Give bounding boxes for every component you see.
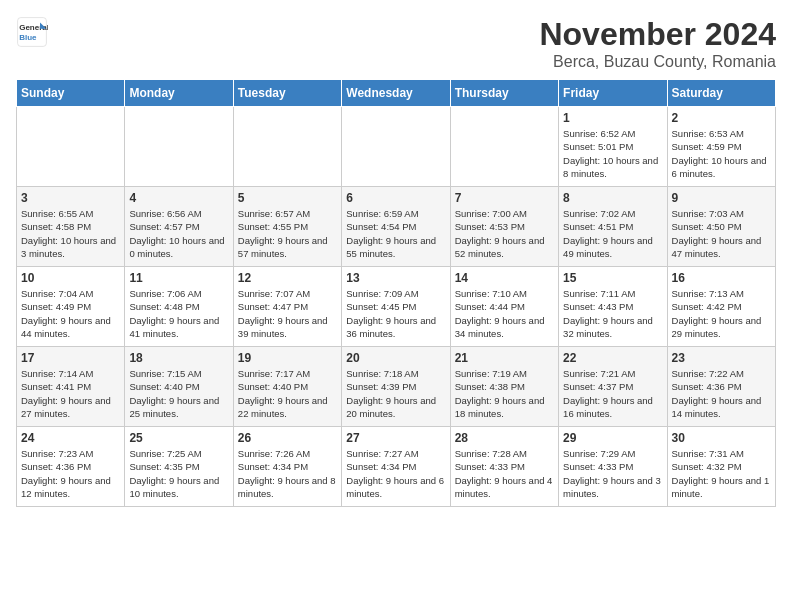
day-of-week-header: Tuesday bbox=[233, 80, 341, 107]
day-info: Sunrise: 6:55 AM Sunset: 4:58 PM Dayligh… bbox=[21, 207, 120, 260]
calendar-day-cell bbox=[233, 107, 341, 187]
day-info: Sunrise: 7:02 AM Sunset: 4:51 PM Dayligh… bbox=[563, 207, 662, 260]
calendar-day-cell: 9Sunrise: 7:03 AM Sunset: 4:50 PM Daylig… bbox=[667, 187, 775, 267]
calendar-day-cell: 17Sunrise: 7:14 AM Sunset: 4:41 PM Dayli… bbox=[17, 347, 125, 427]
day-info: Sunrise: 7:15 AM Sunset: 4:40 PM Dayligh… bbox=[129, 367, 228, 420]
calendar-day-cell: 10Sunrise: 7:04 AM Sunset: 4:49 PM Dayli… bbox=[17, 267, 125, 347]
day-number: 19 bbox=[238, 351, 337, 365]
calendar-day-cell: 4Sunrise: 6:56 AM Sunset: 4:57 PM Daylig… bbox=[125, 187, 233, 267]
calendar-week-row: 10Sunrise: 7:04 AM Sunset: 4:49 PM Dayli… bbox=[17, 267, 776, 347]
day-info: Sunrise: 7:09 AM Sunset: 4:45 PM Dayligh… bbox=[346, 287, 445, 340]
day-number: 11 bbox=[129, 271, 228, 285]
day-number: 10 bbox=[21, 271, 120, 285]
day-info: Sunrise: 7:21 AM Sunset: 4:37 PM Dayligh… bbox=[563, 367, 662, 420]
day-info: Sunrise: 6:53 AM Sunset: 4:59 PM Dayligh… bbox=[672, 127, 771, 180]
calendar-day-cell: 21Sunrise: 7:19 AM Sunset: 4:38 PM Dayli… bbox=[450, 347, 558, 427]
day-info: Sunrise: 6:57 AM Sunset: 4:55 PM Dayligh… bbox=[238, 207, 337, 260]
day-number: 24 bbox=[21, 431, 120, 445]
day-number: 8 bbox=[563, 191, 662, 205]
day-number: 15 bbox=[563, 271, 662, 285]
calendar-day-cell: 29Sunrise: 7:29 AM Sunset: 4:33 PM Dayli… bbox=[559, 427, 667, 507]
day-number: 21 bbox=[455, 351, 554, 365]
day-number: 2 bbox=[672, 111, 771, 125]
calendar-day-cell: 30Sunrise: 7:31 AM Sunset: 4:32 PM Dayli… bbox=[667, 427, 775, 507]
day-number: 12 bbox=[238, 271, 337, 285]
day-of-week-header: Friday bbox=[559, 80, 667, 107]
calendar-week-row: 1Sunrise: 6:52 AM Sunset: 5:01 PM Daylig… bbox=[17, 107, 776, 187]
calendar-week-row: 24Sunrise: 7:23 AM Sunset: 4:36 PM Dayli… bbox=[17, 427, 776, 507]
day-info: Sunrise: 7:17 AM Sunset: 4:40 PM Dayligh… bbox=[238, 367, 337, 420]
calendar-day-cell: 11Sunrise: 7:06 AM Sunset: 4:48 PM Dayli… bbox=[125, 267, 233, 347]
day-number: 4 bbox=[129, 191, 228, 205]
day-info: Sunrise: 7:19 AM Sunset: 4:38 PM Dayligh… bbox=[455, 367, 554, 420]
calendar-day-cell: 7Sunrise: 7:00 AM Sunset: 4:53 PM Daylig… bbox=[450, 187, 558, 267]
calendar-day-cell: 12Sunrise: 7:07 AM Sunset: 4:47 PM Dayli… bbox=[233, 267, 341, 347]
day-number: 30 bbox=[672, 431, 771, 445]
header: General Blue November 2024 Berca, Buzau … bbox=[16, 16, 776, 71]
day-number: 25 bbox=[129, 431, 228, 445]
day-of-week-header: Monday bbox=[125, 80, 233, 107]
day-info: Sunrise: 7:28 AM Sunset: 4:33 PM Dayligh… bbox=[455, 447, 554, 500]
day-info: Sunrise: 7:18 AM Sunset: 4:39 PM Dayligh… bbox=[346, 367, 445, 420]
day-info: Sunrise: 6:56 AM Sunset: 4:57 PM Dayligh… bbox=[129, 207, 228, 260]
day-info: Sunrise: 7:00 AM Sunset: 4:53 PM Dayligh… bbox=[455, 207, 554, 260]
calendar-day-cell: 28Sunrise: 7:28 AM Sunset: 4:33 PM Dayli… bbox=[450, 427, 558, 507]
calendar-day-cell: 14Sunrise: 7:10 AM Sunset: 4:44 PM Dayli… bbox=[450, 267, 558, 347]
day-info: Sunrise: 6:52 AM Sunset: 5:01 PM Dayligh… bbox=[563, 127, 662, 180]
day-number: 5 bbox=[238, 191, 337, 205]
day-number: 14 bbox=[455, 271, 554, 285]
day-info: Sunrise: 7:03 AM Sunset: 4:50 PM Dayligh… bbox=[672, 207, 771, 260]
day-info: Sunrise: 7:06 AM Sunset: 4:48 PM Dayligh… bbox=[129, 287, 228, 340]
day-number: 29 bbox=[563, 431, 662, 445]
calendar-day-cell: 13Sunrise: 7:09 AM Sunset: 4:45 PM Dayli… bbox=[342, 267, 450, 347]
day-info: Sunrise: 6:59 AM Sunset: 4:54 PM Dayligh… bbox=[346, 207, 445, 260]
svg-text:Blue: Blue bbox=[19, 33, 37, 42]
calendar-header-row: SundayMondayTuesdayWednesdayThursdayFrid… bbox=[17, 80, 776, 107]
month-title: November 2024 bbox=[539, 16, 776, 53]
day-number: 13 bbox=[346, 271, 445, 285]
day-number: 16 bbox=[672, 271, 771, 285]
calendar-day-cell: 18Sunrise: 7:15 AM Sunset: 4:40 PM Dayli… bbox=[125, 347, 233, 427]
calendar-day-cell: 6Sunrise: 6:59 AM Sunset: 4:54 PM Daylig… bbox=[342, 187, 450, 267]
calendar-day-cell: 16Sunrise: 7:13 AM Sunset: 4:42 PM Dayli… bbox=[667, 267, 775, 347]
calendar-day-cell bbox=[125, 107, 233, 187]
day-info: Sunrise: 7:22 AM Sunset: 4:36 PM Dayligh… bbox=[672, 367, 771, 420]
title-area: November 2024 Berca, Buzau County, Roman… bbox=[539, 16, 776, 71]
day-number: 6 bbox=[346, 191, 445, 205]
day-info: Sunrise: 7:29 AM Sunset: 4:33 PM Dayligh… bbox=[563, 447, 662, 500]
calendar-week-row: 3Sunrise: 6:55 AM Sunset: 4:58 PM Daylig… bbox=[17, 187, 776, 267]
calendar-day-cell: 27Sunrise: 7:27 AM Sunset: 4:34 PM Dayli… bbox=[342, 427, 450, 507]
day-number: 1 bbox=[563, 111, 662, 125]
day-number: 17 bbox=[21, 351, 120, 365]
day-info: Sunrise: 7:23 AM Sunset: 4:36 PM Dayligh… bbox=[21, 447, 120, 500]
day-number: 22 bbox=[563, 351, 662, 365]
calendar-day-cell bbox=[342, 107, 450, 187]
calendar-day-cell: 25Sunrise: 7:25 AM Sunset: 4:35 PM Dayli… bbox=[125, 427, 233, 507]
day-info: Sunrise: 7:04 AM Sunset: 4:49 PM Dayligh… bbox=[21, 287, 120, 340]
day-number: 18 bbox=[129, 351, 228, 365]
day-number: 23 bbox=[672, 351, 771, 365]
calendar-day-cell: 26Sunrise: 7:26 AM Sunset: 4:34 PM Dayli… bbox=[233, 427, 341, 507]
location-subtitle: Berca, Buzau County, Romania bbox=[539, 53, 776, 71]
day-info: Sunrise: 7:07 AM Sunset: 4:47 PM Dayligh… bbox=[238, 287, 337, 340]
calendar-day-cell: 22Sunrise: 7:21 AM Sunset: 4:37 PM Dayli… bbox=[559, 347, 667, 427]
day-info: Sunrise: 7:13 AM Sunset: 4:42 PM Dayligh… bbox=[672, 287, 771, 340]
day-info: Sunrise: 7:10 AM Sunset: 4:44 PM Dayligh… bbox=[455, 287, 554, 340]
calendar-day-cell: 23Sunrise: 7:22 AM Sunset: 4:36 PM Dayli… bbox=[667, 347, 775, 427]
logo-icon: General Blue bbox=[16, 16, 48, 48]
day-number: 28 bbox=[455, 431, 554, 445]
logo: General Blue bbox=[16, 16, 48, 48]
day-info: Sunrise: 7:26 AM Sunset: 4:34 PM Dayligh… bbox=[238, 447, 337, 500]
day-number: 9 bbox=[672, 191, 771, 205]
calendar-day-cell: 8Sunrise: 7:02 AM Sunset: 4:51 PM Daylig… bbox=[559, 187, 667, 267]
calendar-day-cell: 2Sunrise: 6:53 AM Sunset: 4:59 PM Daylig… bbox=[667, 107, 775, 187]
calendar-day-cell: 1Sunrise: 6:52 AM Sunset: 5:01 PM Daylig… bbox=[559, 107, 667, 187]
day-info: Sunrise: 7:25 AM Sunset: 4:35 PM Dayligh… bbox=[129, 447, 228, 500]
calendar-day-cell: 24Sunrise: 7:23 AM Sunset: 4:36 PM Dayli… bbox=[17, 427, 125, 507]
calendar-day-cell: 19Sunrise: 7:17 AM Sunset: 4:40 PM Dayli… bbox=[233, 347, 341, 427]
day-info: Sunrise: 7:14 AM Sunset: 4:41 PM Dayligh… bbox=[21, 367, 120, 420]
calendar-week-row: 17Sunrise: 7:14 AM Sunset: 4:41 PM Dayli… bbox=[17, 347, 776, 427]
day-number: 26 bbox=[238, 431, 337, 445]
day-info: Sunrise: 7:31 AM Sunset: 4:32 PM Dayligh… bbox=[672, 447, 771, 500]
day-of-week-header: Wednesday bbox=[342, 80, 450, 107]
